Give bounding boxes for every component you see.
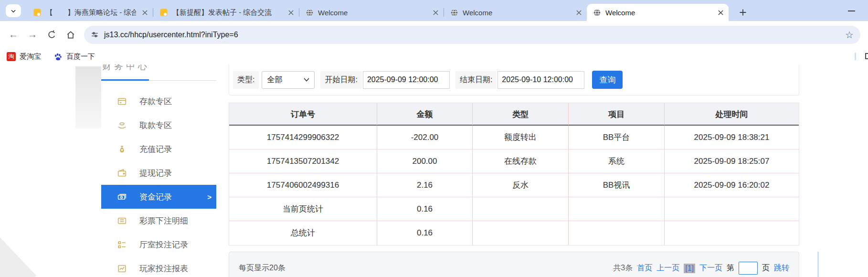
tab-post[interactable]: 【新提醒】发表帖子 - 综合交流 (153, 4, 299, 21)
page-jump-input[interactable] (739, 262, 758, 275)
tab-list: 【 】海燕策略论坛 - 综合 【新提醒】发表帖子 - 综合交流 Welcome … (27, 4, 729, 21)
table-cell: 1757414299906322 (229, 126, 377, 149)
pagination: 共3条 首页 上一页 [1] 下一页 第 页 跳转 (613, 262, 789, 275)
other-bookmarks-folder-icon[interactable] (865, 53, 868, 59)
site-info-tune-icon (91, 31, 99, 39)
next-page-link[interactable]: 下一页 (699, 263, 722, 273)
current-page-indicator: [1] (684, 264, 695, 273)
table-cell: 0.16 (377, 221, 473, 245)
plus-icon (739, 9, 747, 16)
start-date-input[interactable] (363, 71, 450, 89)
tab-close-icon[interactable] (716, 8, 725, 17)
sidebar-item-funds-record[interactable]: 资金记录 > (101, 185, 216, 209)
bookmark-aitaobao[interactable]: 淘 爱淘宝 (7, 52, 41, 61)
bookmark-label: 百度一下 (66, 52, 95, 61)
table-row-total-summary: 总统计 0.16 (229, 221, 799, 245)
address-bar[interactable]: js13.cc/hhcp/usercenter.html?iniType=6 ☆ (84, 26, 860, 44)
minimize-icon (848, 10, 855, 12)
org-list-icon (117, 240, 127, 250)
column-header: 金额 (377, 103, 473, 126)
globe-favicon-icon (306, 9, 314, 17)
search-button[interactable]: 查询 (592, 71, 623, 89)
home-button[interactable] (65, 29, 76, 41)
list-icon (117, 216, 127, 226)
column-header: 类型 (473, 103, 569, 126)
table-cell: BB平台 (569, 126, 665, 149)
end-date-input[interactable] (498, 71, 584, 89)
table-cell (569, 221, 665, 245)
bookmark-baidu[interactable]: 百度一下 (53, 52, 95, 61)
tab-title: 【 】海燕策略论坛 - 综合 (46, 8, 136, 17)
wallet-icon (117, 168, 127, 178)
tab-forum[interactable]: 【 】海燕策略论坛 - 综合 (27, 4, 153, 21)
sidebar-item-deposit[interactable]: 存款专区 (101, 89, 216, 113)
type-label: 类型: (233, 71, 259, 89)
table-cell: 2025-09-09 18:38:21 (665, 126, 799, 149)
tab-welcome-active[interactable]: Welcome (587, 4, 729, 21)
content-edge-line (817, 252, 819, 277)
tab-close-icon[interactable] (431, 8, 440, 17)
reload-button[interactable] (46, 29, 57, 41)
browser-toolbar: ← → js13.cc/hhcp/usercenter.html?iniType… (0, 21, 868, 48)
tab-close-icon[interactable] (286, 8, 295, 17)
table-row: 1757413507201342 200.00 在线存款 系统 2025-09-… (229, 149, 799, 173)
table-cell (569, 197, 665, 221)
type-select[interactable]: 全部 (262, 71, 315, 89)
tab-search-button[interactable] (6, 4, 21, 17)
sidebar-item-recharge[interactable]: 充值记录 (101, 137, 216, 161)
sidebar-item-label: 存款专区 (139, 96, 172, 107)
baidu-paw-icon (53, 52, 63, 61)
first-page-link[interactable]: 首页 (637, 263, 652, 273)
table-cell: BB视讯 (569, 173, 665, 197)
jump-link[interactable]: 跳转 (774, 263, 789, 273)
table-row: 1757406002499316 2.16 反水 BB视讯 2025-09-09… (229, 173, 799, 197)
back-button[interactable]: ← (8, 29, 19, 41)
chevron-right-icon: > (207, 193, 212, 201)
table-cell (473, 197, 569, 221)
bookmark-label: 爱淘宝 (20, 52, 41, 61)
sidebar-item-withdraw-record[interactable]: 提现记录 (101, 161, 216, 185)
new-tab-button[interactable] (736, 6, 750, 19)
table-cell: 200.00 (377, 149, 473, 173)
start-date-label: 开始日期: (320, 71, 361, 89)
minimize-button[interactable] (845, 6, 857, 16)
filter-panel: 类型: 全部 开始日期: 结束日期: 查询 (229, 64, 799, 96)
sidebar-item-label: 资金记录 (139, 192, 172, 202)
browser-window: 【 】海燕策略论坛 - 综合 【新提醒】发表帖子 - 综合交流 Welcome … (0, 0, 868, 277)
sidebar-item-label: 提现记录 (139, 168, 172, 179)
tab-welcome-1[interactable]: Welcome (299, 4, 444, 21)
forum-favicon-icon (33, 8, 42, 17)
prev-page-link[interactable]: 上一页 (656, 263, 679, 273)
table-cell: 在线存款 (473, 149, 569, 173)
table-cell (665, 221, 799, 245)
filter-row: 类型: 全部 开始日期: 结束日期: 查询 (233, 71, 623, 89)
moneybag-icon (117, 144, 127, 154)
sidebar-item-room-bets[interactable]: 厅室投注记录 (101, 233, 216, 256)
page-size-text: 每页显示20条 (239, 263, 286, 273)
bookmarks-separator (855, 53, 856, 60)
watermark-triangle (0, 237, 36, 277)
sidebar-item-label: 取款专区 (139, 120, 172, 131)
forward-button[interactable]: → (27, 29, 38, 41)
sidebar-title: 财务中心 (102, 64, 150, 73)
sidebar-item-label: 厅室投注记录 (139, 239, 188, 250)
chevron-down-icon (10, 8, 17, 14)
type-select-value: 全部 (267, 75, 282, 85)
bookmark-star-icon[interactable]: ☆ (845, 29, 854, 41)
sidebar-item-player-report[interactable]: 玩家投注报表 (101, 256, 216, 277)
table-cell (473, 221, 569, 245)
tab-close-icon[interactable] (140, 8, 149, 17)
tab-strip: 【 】海燕策略论坛 - 综合 【新提醒】发表帖子 - 综合交流 Welcome … (0, 0, 868, 21)
reload-icon (47, 30, 56, 39)
table-cell: 0.16 (377, 197, 473, 221)
tab-close-icon[interactable] (574, 8, 583, 17)
sidebar-item-withdraw[interactable]: 取款专区 (101, 113, 216, 137)
tab-title: Welcome (605, 9, 712, 17)
sidebar-item-lottery-bets[interactable]: 彩票下注明细 (101, 209, 216, 233)
table-header-row: 订单号 金额 类型 项目 处理时间 (229, 103, 799, 126)
sidebar-menu: 存款专区 取款专区 充值记录 提现记录 资金记录 > 彩票下注明细 (101, 89, 216, 277)
withdraw-hand-icon (117, 120, 127, 130)
table-row: 1757414299906322 -202.00 额度转出 BB平台 2025-… (229, 126, 799, 149)
tab-welcome-2[interactable]: Welcome (444, 4, 587, 21)
table-cell: 当前页统计 (229, 197, 377, 221)
